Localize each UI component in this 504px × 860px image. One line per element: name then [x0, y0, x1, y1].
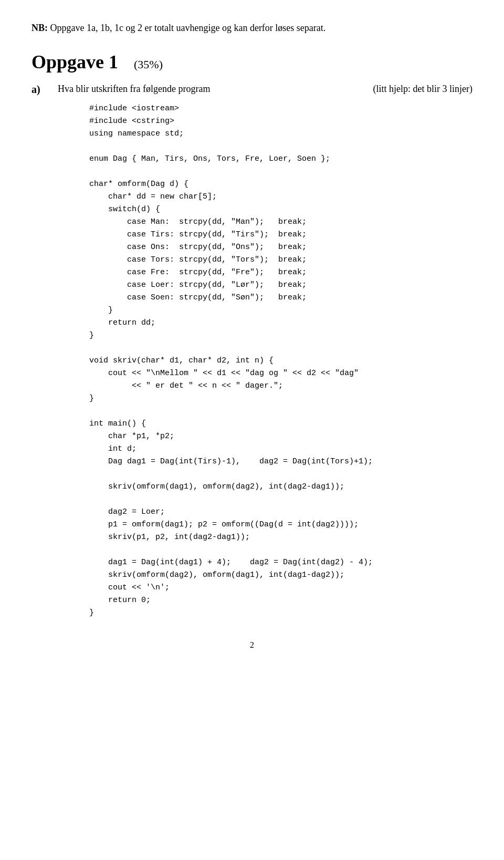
nb-text: Oppgave 1a, 1b, 1c og 2 er totalt uavhen…	[50, 23, 326, 33]
oppgave-title: Oppgave 1	[32, 51, 118, 73]
nb-section: NB: Oppgave 1a, 1b, 1c og 2 er totalt ua…	[32, 21, 472, 35]
nb-label: NB:	[32, 23, 48, 33]
page-number: 2	[32, 640, 472, 650]
section-a-content: Hva blir utskriften fra følgende program…	[58, 84, 472, 619]
question-line: Hva blir utskriften fra følgende program…	[58, 84, 472, 95]
question-text: Hva blir utskriften fra følgende program	[58, 84, 363, 95]
section-a-label: a)	[32, 84, 47, 96]
hint-text: (litt hjelp: det blir 3 linjer)	[373, 84, 472, 95]
code-block: #include <iostream> #include <cstring> u…	[89, 102, 472, 619]
section-a-container: a) Hva blir utskriften fra følgende prog…	[32, 84, 472, 619]
oppgave-points: (35%)	[134, 58, 163, 71]
oppgave-header: Oppgave 1 (35%)	[32, 51, 472, 73]
